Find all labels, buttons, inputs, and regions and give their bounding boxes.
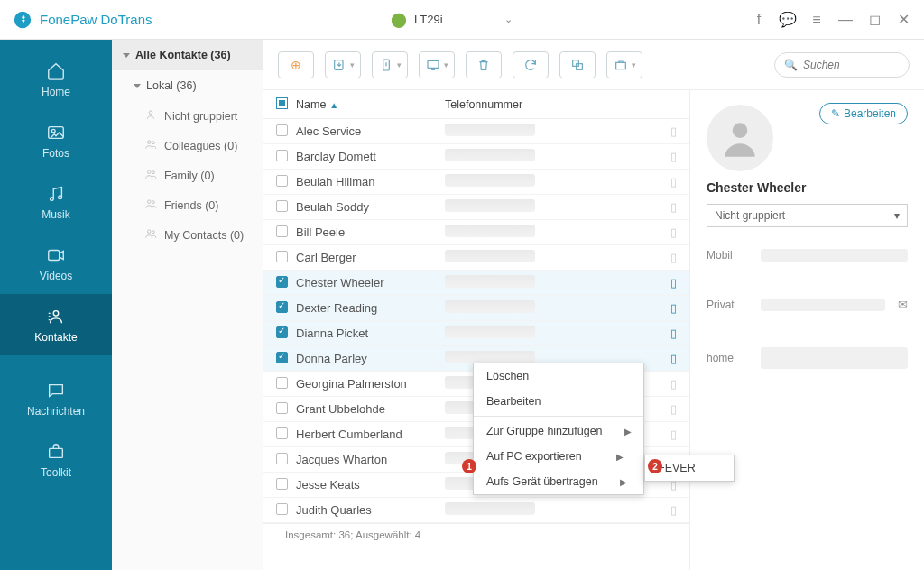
nav-messages[interactable]: Nachrichten [0,368,112,429]
nav-photos[interactable]: Fotos [0,110,112,171]
dedupe-button[interactable] [559,51,596,78]
row-checkbox[interactable] [276,225,296,240]
nav-videos[interactable]: Videos [0,233,112,294]
table-row[interactable]: Chester Wheeler▯ [263,271,689,296]
search-input[interactable] [803,59,900,71]
phone-icon: ▯ [659,428,677,441]
ctx-to-device[interactable]: Aufs Gerät übertragen▶ [474,469,643,494]
tree-all-contacts[interactable]: Alle Kontakte (36) [112,40,263,70]
row-phone [445,300,659,316]
backup-button[interactable]: ▾ [606,51,642,78]
col-phone[interactable]: Telefonnummer [445,98,677,111]
nav-home[interactable]: Home [0,49,112,110]
table-row[interactable]: Alec Service▯ [263,119,689,144]
row-phone [445,199,659,215]
svg-rect-4 [49,251,60,261]
col-name[interactable]: Name▲ [296,98,445,111]
svg-point-8 [148,141,152,144]
edit-button[interactable]: ✎ Bearbeiten [819,103,908,124]
svg-point-13 [152,201,155,204]
add-button[interactable]: ⊕ [278,51,314,78]
status-bar: Insgesamt: 36; Ausgewählt: 4 [263,523,689,545]
row-checkbox[interactable] [276,175,296,189]
group-select[interactable]: Nicht gruppiert▾ [707,204,908,227]
close-icon[interactable]: ✕ [895,12,911,28]
nav-music[interactable]: Musik [0,171,112,233]
row-checkbox[interactable] [276,276,296,290]
table-row[interactable]: Barclay Domett▯ [263,144,689,170]
tree-local[interactable]: Lokal (36) [112,70,263,101]
table-row[interactable]: Beulah Soddy▯ [263,195,689,220]
toolkit-icon [45,441,67,463]
row-checkbox[interactable] [276,150,296,164]
to-pc-button[interactable]: ▾ [419,51,455,78]
row-checkbox[interactable] [276,200,296,215]
mail-icon[interactable]: ✉ [898,298,908,311]
app-title: FonePaw DoTrans [40,12,152,27]
svg-point-10 [148,170,152,174]
row-checkbox[interactable] [276,251,296,265]
title-bar: FonePaw DoTrans ⬤ LT29i ⌄ f 💬 ≡ — ◻ ✕ [0,0,924,40]
table-row[interactable]: Beulah Hillman▯ [263,170,689,195]
row-checkbox[interactable] [276,428,296,442]
import-button[interactable]: ▾ [325,51,361,78]
svg-point-12 [148,200,152,204]
nav-contacts[interactable]: Kontakte [0,294,112,355]
tree-group[interactable]: Colleagues (0) [112,131,263,161]
device-selector[interactable]: ⬤ LT29i ⌄ [334,11,568,28]
row-name: Carl Berger [296,251,445,264]
svg-point-1 [51,129,55,133]
chevron-down-icon: ▾ [894,209,900,222]
svg-point-11 [152,171,155,174]
ctx-export-pc[interactable]: Auf PC exportieren▶ [474,444,643,469]
table-row[interactable]: Dexter Reading▯ [263,296,689,321]
tree-group[interactable]: Family (0) [112,161,263,190]
table-row[interactable]: Carl Berger▯ [263,245,689,271]
row-checkbox[interactable] [276,124,296,139]
facebook-icon[interactable]: f [751,12,767,28]
row-checkbox[interactable] [276,377,296,391]
menu-icon[interactable]: ≡ [808,12,825,28]
maximize-icon[interactable]: ◻ [866,12,882,28]
tree-group[interactable]: Nicht gruppiert [112,101,263,131]
to-device-button[interactable]: ▾ [372,51,408,78]
tree-group[interactable]: My Contacts (0) [112,220,263,250]
search-box[interactable]: 🔍 [774,52,910,78]
row-name: Barclay Domett [296,150,445,163]
ctx-to-group[interactable]: Zur Gruppe hinzufügen▶ [474,418,643,444]
svg-point-2 [51,198,54,201]
refresh-button[interactable] [513,51,549,78]
row-name: Dianna Picket [296,326,445,340]
phone-icon: ▯ [659,377,677,391]
row-checkbox[interactable] [276,503,296,518]
row-name: Herbert Cumberland [296,428,445,441]
minimize-icon[interactable]: — [837,12,854,28]
messages-icon [45,380,67,401]
table-row[interactable]: Judith Quarles▯ [263,498,689,523]
contacts-icon [45,306,67,327]
row-name: Jacques Wharton [296,453,445,466]
row-phone [445,250,659,265]
ctx-edit[interactable]: Bearbeiten [474,389,643,414]
row-checkbox[interactable] [276,301,296,316]
delete-button[interactable] [466,51,502,78]
ctx-delete[interactable]: Löschen [474,363,643,389]
phone-icon: ▯ [659,352,677,365]
tree-group[interactable]: Friends (0) [112,190,263,220]
nav-toolkit[interactable]: Toolkit [0,429,112,491]
row-checkbox[interactable] [276,402,296,417]
row-checkbox[interactable] [276,453,296,467]
row-phone [445,225,659,240]
table-row[interactable]: Bill Peele▯ [263,220,689,245]
row-name: Chester Wheeler [296,276,445,290]
row-checkbox[interactable] [276,478,296,492]
nav-label: Nachrichten [27,405,85,418]
row-checkbox[interactable] [276,326,296,341]
annotation-badge-2: 2 [648,459,662,473]
feedback-icon[interactable]: 💬 [780,12,796,28]
select-all-checkbox[interactable] [276,97,288,109]
phone-icon: ▯ [659,301,677,315]
row-checkbox[interactable] [276,352,296,366]
table-row[interactable]: Dianna Picket▯ [263,321,689,346]
svg-point-22 [733,123,748,138]
